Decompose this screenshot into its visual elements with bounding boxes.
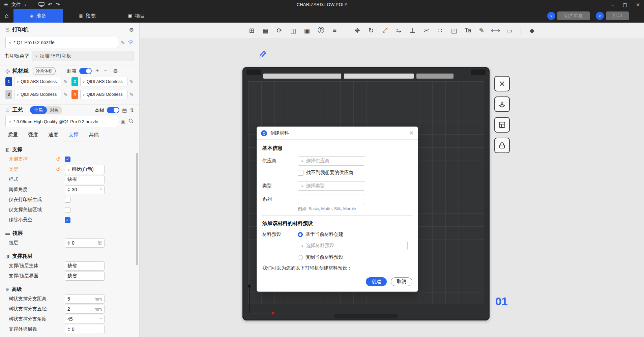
branch-distance-input[interactable]: 5 mm <box>65 294 105 304</box>
print-dropdown-button[interactable]: ∨ <box>596 12 604 20</box>
scale-icon[interactable]: ⤢ <box>380 25 390 35</box>
add-plate-icon[interactable]: ▦ <box>261 25 270 35</box>
rotate-icon[interactable]: ↻ <box>367 25 376 35</box>
split-icon[interactable]: ◫ <box>289 25 298 35</box>
spinner-arrows[interactable] <box>67 328 70 331</box>
cut-icon[interactable]: ✂ <box>422 25 431 35</box>
edit-filament-icon[interactable]: ✎ <box>129 79 134 85</box>
paint-icon[interactable]: ✎ <box>477 25 487 35</box>
tab-project[interactable]: ▣ 项目 <box>112 9 161 23</box>
edit-plate-name-icon[interactable]: ✎ <box>258 49 267 61</box>
assembly-icon[interactable]: ▭ <box>505 25 514 35</box>
reset-icon[interactable]: ↺ <box>56 156 65 162</box>
copy-current-option[interactable]: 复制当前材料预设 <box>298 254 343 260</box>
remove-filament-button[interactable]: − <box>103 67 109 75</box>
raft-layers-input[interactable]: 0 层 <box>65 238 105 248</box>
support-base-select[interactable]: 缺省 <box>65 261 105 271</box>
search-preset-icon[interactable] <box>128 118 134 125</box>
mesh-edit-icon[interactable]: ◰ <box>449 25 459 35</box>
copy-preset-icon[interactable]: ▣ <box>121 118 125 124</box>
type-select[interactable]: ∨ 选择类型 <box>298 181 365 191</box>
printer-settings-gear-icon[interactable]: ⚙ <box>129 27 134 33</box>
add-filament-button[interactable]: + <box>94 67 100 75</box>
mirror-icon[interactable]: ⇋ <box>394 25 404 35</box>
support-style-select[interactable]: 缺省 <box>65 175 105 184</box>
filament-select[interactable]: ∨ QIDI ABS Odorless <box>14 77 61 86</box>
menu-icon[interactable]: ☰ <box>4 2 8 7</box>
spinner-arrows[interactable] <box>67 241 70 245</box>
process-preset-select[interactable]: ∨ * 0.06mm High Quality @Q1 Pro 0.2 nozz… <box>5 116 118 127</box>
redo-icon[interactable]: ↷ <box>56 2 60 8</box>
edit-filament-icon[interactable]: ✎ <box>63 79 68 85</box>
object-list-icon[interactable]: ≡ <box>330 25 340 35</box>
arrange-plate-icon[interactable]: ◆ <box>527 25 537 35</box>
file-menu-caret-icon[interactable]: ∨ <box>24 3 27 6</box>
filament-select[interactable]: ∨ QIDI ABS Odorless <box>80 77 127 86</box>
sidebar-scrollbar[interactable] <box>136 153 138 265</box>
family-input[interactable] <box>298 195 365 204</box>
vendor-not-found-checkbox[interactable] <box>298 170 303 176</box>
edit-filament-icon[interactable]: ✎ <box>63 91 68 98</box>
create-from-current-option[interactable]: 基于当前材料创建 <box>298 231 343 237</box>
filament-select[interactable]: ∨ QIDI ABS Odorless <box>14 90 61 99</box>
flush-volume-button[interactable]: 冲刷体积 <box>33 67 56 75</box>
support-type-select[interactable]: ∨ 树状(自动) <box>65 165 105 174</box>
move-icon[interactable]: ✥ <box>353 25 362 35</box>
critical-regions-checkbox[interactable] <box>65 207 70 213</box>
wifi-icon[interactable] <box>128 40 134 46</box>
spinner-arrows[interactable] <box>67 188 70 192</box>
printer-preset-select[interactable]: ∨ * Q1 Pro 0.2 nozzle <box>5 37 118 48</box>
remove-small-overhangs-checkbox[interactable] <box>65 217 70 223</box>
cancel-button[interactable]: 取消 <box>391 277 412 286</box>
auto-arrange-icon[interactable]: ⟳ <box>275 25 284 35</box>
enable-support-checkbox[interactable] <box>65 157 70 162</box>
box-toggle[interactable] <box>79 68 92 74</box>
plate-settings-button[interactable] <box>494 117 510 133</box>
bed-type-select[interactable]: ∨ 纹理PEI打印板 <box>32 51 134 61</box>
tab-support[interactable]: 支撑 <box>63 129 84 141</box>
minimize-button[interactable]: – <box>611 2 614 7</box>
scope-object-pill[interactable]: 对象 <box>47 107 62 113</box>
close-button[interactable]: ✕ <box>636 2 640 7</box>
vendor-select[interactable]: ∨ 选择供应商 <box>298 156 365 166</box>
filament-color-swatch[interactable]: 4 <box>71 90 78 99</box>
delete-plate-button[interactable] <box>494 76 510 91</box>
file-menu[interactable]: 文件 <box>11 2 21 8</box>
lay-flat-icon[interactable]: ⊥ <box>408 25 417 35</box>
auto-orient-button[interactable] <box>494 96 510 112</box>
dialog-header[interactable]: Q 创建材料 ✕ <box>257 127 418 140</box>
slice-button[interactable]: 切片单盘 <box>557 11 590 20</box>
text-tool-icon[interactable]: Ta <box>463 25 473 35</box>
tab-speed[interactable]: 速度 <box>43 129 63 141</box>
wall-layers-input[interactable]: 0 <box>65 325 105 334</box>
branch-diameter-input[interactable]: 2 mm <box>65 305 105 314</box>
threshold-angle-input[interactable]: 30 ° <box>65 185 105 194</box>
filament-color-swatch[interactable]: 3 <box>5 90 12 99</box>
radio-selected-icon[interactable] <box>298 232 303 237</box>
tab-others[interactable]: 其他 <box>84 129 104 141</box>
edit-printer-icon[interactable]: ✎ <box>121 39 125 46</box>
scope-global-pill[interactable]: 全局 <box>30 106 47 114</box>
compare-presets-icon[interactable]: ▤ <box>122 107 127 113</box>
reset-icon[interactable]: ↺ <box>56 166 65 172</box>
undo-icon[interactable]: ↶ <box>48 2 52 8</box>
dialog-close-icon[interactable]: ✕ <box>409 130 414 136</box>
tune-icon[interactable]: ⇅ <box>129 107 134 113</box>
radio-unselected-icon[interactable] <box>298 255 303 260</box>
tab-prepare[interactable]: ◈ 准备 <box>13 9 63 23</box>
advanced-toggle[interactable] <box>107 107 119 113</box>
edit-filament-icon[interactable]: ✎ <box>129 91 134 98</box>
clone-icon[interactable]: ∷ <box>436 25 445 35</box>
create-button[interactable]: 创建 <box>366 277 387 286</box>
print-button[interactable]: 打印 <box>606 11 629 20</box>
copy-icon[interactable]: ▣ <box>302 25 312 35</box>
slice-dropdown-button[interactable]: ∨ <box>547 12 555 20</box>
on-plate-only-checkbox[interactable] <box>65 197 70 203</box>
material-preset-select[interactable]: ∨ 选择材料预设 <box>298 241 408 250</box>
maximize-button[interactable]: ▢ <box>623 2 627 7</box>
filament-color-swatch[interactable]: 2 <box>71 77 78 86</box>
measure-icon[interactable]: ⟷ <box>491 25 500 35</box>
save-icon[interactable] <box>38 2 45 7</box>
lock-plate-button[interactable] <box>494 138 510 153</box>
filament-settings-gear-icon[interactable]: ⚙ <box>113 68 118 74</box>
